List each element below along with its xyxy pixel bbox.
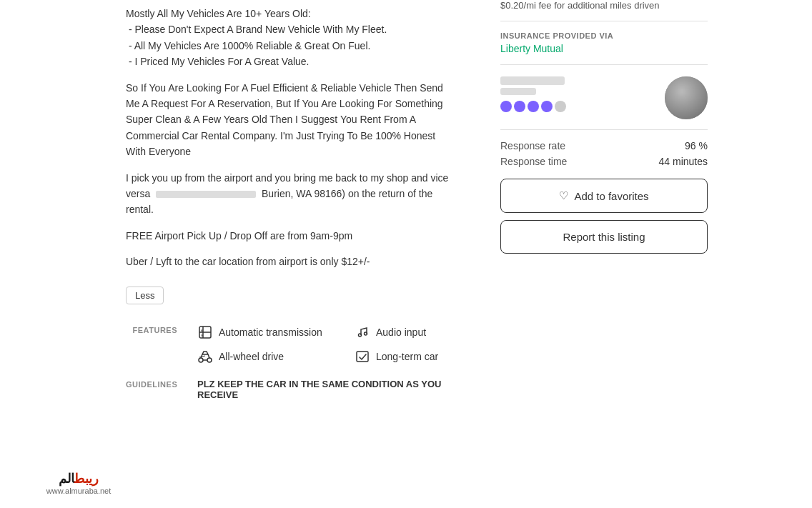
report-listing-button[interactable]: Report this listing bbox=[500, 220, 708, 254]
feature-longterm: Long-term car bbox=[355, 349, 497, 364]
response-time-row: Response time 44 minutes bbox=[500, 156, 708, 167]
svg-point-7 bbox=[199, 358, 203, 362]
svg-line-9 bbox=[199, 356, 205, 357]
response-rate-value: 96 % bbox=[685, 140, 708, 151]
fee-text: $0.20/mi fee for additional miles driven bbox=[500, 0, 708, 21]
auto-transmission-label: Automatic transmission bbox=[219, 327, 322, 338]
watermark-logo-dark: الم bbox=[59, 472, 74, 486]
para2: So If You Are Looking For A Fuel Efficie… bbox=[126, 80, 457, 160]
response-rate-row: Response rate 96 % bbox=[500, 140, 708, 151]
host-stars bbox=[500, 101, 665, 112]
features-section: FEATURES A M Automatic transmission bbox=[126, 322, 457, 364]
auto-transmission-icon: A M bbox=[197, 324, 213, 340]
longterm-label: Long-term car bbox=[376, 351, 438, 362]
avatar-image bbox=[665, 76, 708, 119]
add-to-favorites-button[interactable]: ♡ Add to favorites bbox=[500, 179, 708, 213]
svg-point-6 bbox=[365, 332, 367, 335]
svg-point-8 bbox=[207, 358, 212, 362]
para4: FREE Airport Pick Up / Drop Off are from… bbox=[126, 228, 457, 244]
response-rate-label: Response rate bbox=[500, 140, 565, 151]
feature-audio-input: Audio input bbox=[355, 324, 497, 340]
right-column: $0.20/mi fee for additional miles driven… bbox=[486, 0, 729, 508]
longterm-icon bbox=[355, 349, 370, 364]
host-subname-blurred bbox=[500, 88, 536, 95]
watermark-logo-red: ريبط bbox=[74, 472, 99, 486]
svg-rect-10 bbox=[357, 352, 368, 362]
star-4 bbox=[541, 101, 553, 112]
left-column: Mostly All My Vehicles Are 10+ Years Old… bbox=[0, 0, 486, 508]
description: Mostly All My Vehicles Are 10+ Years Old… bbox=[126, 6, 457, 269]
audio-input-label: Audio input bbox=[376, 327, 426, 338]
insurance-section: INSURANCE PROVIDED VIA Liberty Mutual bbox=[500, 31, 708, 65]
watermark-url: www.almuraba.net bbox=[46, 487, 112, 495]
features-grid: A M Automatic transmission Aud bbox=[197, 324, 497, 364]
star-1 bbox=[500, 101, 512, 112]
insurance-link[interactable]: Liberty Mutual bbox=[500, 43, 563, 54]
features-label: FEATURES bbox=[126, 324, 197, 334]
less-button[interactable]: Less bbox=[126, 287, 164, 304]
insurance-label: INSURANCE PROVIDED VIA bbox=[500, 31, 708, 40]
watermark: ريبطالم www.almuraba.net bbox=[0, 458, 157, 508]
add-to-favorites-label: Add to favorites bbox=[574, 190, 648, 202]
host-stats: Response rate 96 % Response time 44 minu… bbox=[500, 140, 708, 167]
heart-icon: ♡ bbox=[559, 189, 568, 202]
svg-text:M: M bbox=[201, 334, 203, 337]
awd-icon bbox=[197, 349, 213, 364]
host-section bbox=[500, 76, 708, 130]
host-info bbox=[500, 76, 665, 114]
host-avatar[interactable] bbox=[665, 76, 708, 119]
awd-label: All-wheel drive bbox=[219, 351, 284, 362]
star-5 bbox=[555, 101, 566, 112]
page-container: Mostly All My Vehicles Are 10+ Years Old… bbox=[0, 0, 812, 508]
star-3 bbox=[528, 101, 539, 112]
svg-text:A: A bbox=[201, 329, 203, 332]
para1: Mostly All My Vehicles Are 10+ Years Old… bbox=[126, 6, 457, 70]
svg-point-5 bbox=[359, 334, 362, 337]
response-time-label: Response time bbox=[500, 156, 567, 167]
response-time-value: 44 minutes bbox=[659, 156, 708, 167]
para5: Uber / Lyft to the car location from air… bbox=[126, 254, 457, 269]
host-name-blurred bbox=[500, 76, 565, 85]
guidelines-row: GUIDELINES PLZ KEEP THE CAR IN THE SAME … bbox=[126, 379, 457, 400]
guidelines-text: PLZ KEEP THE CAR IN THE SAME CONDITION A… bbox=[197, 379, 457, 400]
report-listing-label: Report this listing bbox=[563, 231, 645, 243]
feature-automatic-transmission: A M Automatic transmission bbox=[197, 324, 340, 340]
feature-awd: All-wheel drive bbox=[197, 349, 340, 364]
audio-icon bbox=[355, 324, 370, 340]
para3: I pick you up from the airport and you b… bbox=[126, 170, 457, 218]
star-2 bbox=[514, 101, 525, 112]
guidelines-label: GUIDELINES bbox=[126, 379, 197, 389]
action-buttons: ♡ Add to favorites Report this listing bbox=[500, 179, 708, 254]
blurred-phone bbox=[156, 191, 256, 198]
watermark-logo: ريبطالم bbox=[59, 471, 99, 487]
